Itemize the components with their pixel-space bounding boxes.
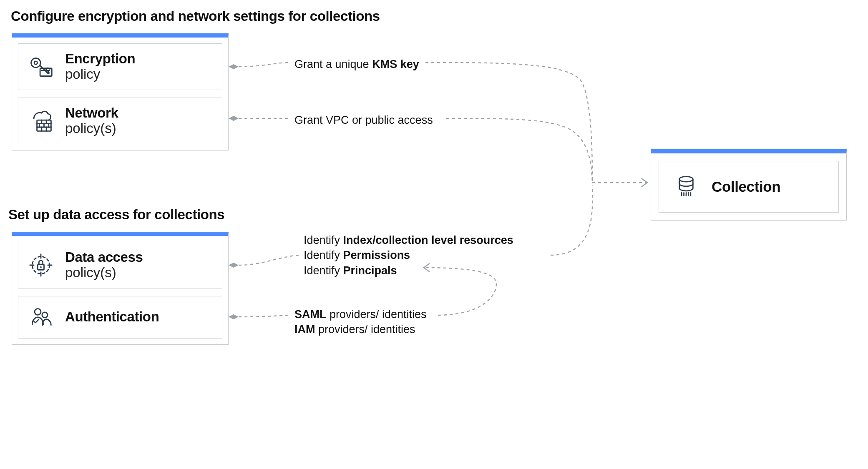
card-subtitle: policy(s) xyxy=(65,121,118,136)
edge-label-auth: SAML providers/ identities IAM providers… xyxy=(294,307,427,337)
panel-configure: Encryption policy xyxy=(12,33,229,150)
svg-point-0 xyxy=(31,58,41,68)
svg-marker-31 xyxy=(229,116,239,121)
firewall-icon xyxy=(28,108,54,134)
svg-point-1 xyxy=(34,61,38,65)
collection-title: Collection xyxy=(712,178,780,195)
key-icon xyxy=(28,53,54,80)
lock-target-icon xyxy=(28,252,54,278)
panel-access: Data access policy(s) Authentication xyxy=(12,232,229,345)
edge-label-kms: Grant a unique KMS key xyxy=(294,57,419,72)
edge-label-identify: Identify Index/collection level resource… xyxy=(304,233,513,278)
card-network-policy: Network policy(s) xyxy=(18,98,222,144)
svg-point-22 xyxy=(35,308,41,315)
card-subtitle: policy xyxy=(65,67,135,82)
section-title-configure: Configure encryption and network setting… xyxy=(11,8,380,24)
svg-point-21 xyxy=(40,266,42,268)
svg-marker-30 xyxy=(229,64,239,69)
card-data-access-policy: Data access policy(s) xyxy=(18,242,222,288)
edge-label-vpc: Grant VPC or public access xyxy=(294,113,433,128)
card-title: Encryption xyxy=(65,51,135,67)
panel-collection: Collection xyxy=(651,149,847,221)
card-authentication: Authentication xyxy=(18,296,222,339)
svg-marker-32 xyxy=(229,263,239,268)
card-encryption-policy: Encryption policy xyxy=(18,43,222,90)
card-collection: Collection xyxy=(659,161,839,213)
svg-point-15 xyxy=(32,256,49,273)
svg-point-23 xyxy=(42,312,48,318)
users-icon xyxy=(28,304,54,331)
svg-point-4 xyxy=(48,72,50,74)
card-subtitle: policy(s) xyxy=(65,265,143,281)
diagram-stage: Configure encryption and network setting… xyxy=(8,8,859,461)
card-title: Network xyxy=(65,105,118,121)
section-title-access: Set up data access for collections xyxy=(8,207,224,223)
svg-point-24 xyxy=(679,176,693,182)
database-icon xyxy=(674,174,698,200)
card-title: Data access xyxy=(65,250,143,265)
svg-marker-33 xyxy=(229,314,239,319)
card-title: Authentication xyxy=(65,309,159,325)
